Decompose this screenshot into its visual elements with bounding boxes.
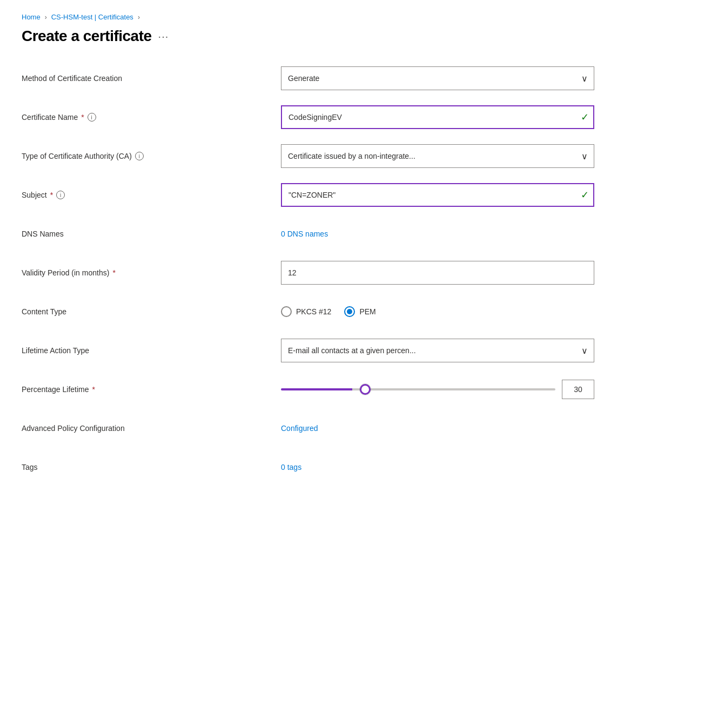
dns-names-link[interactable]: 0 DNS names [281, 230, 328, 238]
content-type-radio-group: PKCS #12 PEM [281, 306, 594, 317]
breadcrumb-sep-2: › [138, 14, 140, 21]
label-tags-text: Tags [22, 463, 38, 471]
label-method-text: Method of Certificate Creation [22, 74, 122, 83]
info-icon-cert-name[interactable]: i [88, 113, 96, 122]
form-row-tags: Tags 0 tags [22, 455, 594, 479]
cert-name-input[interactable] [281, 105, 594, 129]
radio-pkcs12-label: PKCS #12 [296, 307, 331, 316]
form-row-ca-type: Type of Certificate Authority (CA) i Cer… [22, 144, 594, 168]
label-subject-text: Subject [22, 191, 47, 199]
label-cert-name-text: Certificate Name [22, 113, 78, 122]
tags-link[interactable]: 0 tags [281, 463, 301, 471]
info-icon-ca-type[interactable]: i [135, 152, 144, 160]
label-dns-names: DNS Names [22, 230, 281, 238]
method-select[interactable]: Generate Import Certificate Policy [281, 66, 594, 90]
form-row-advanced-policy: Advanced Policy Configuration Configured [22, 416, 594, 440]
ca-type-select[interactable]: Certificate issued by a non-integrate...… [281, 144, 594, 168]
radio-pkcs12[interactable]: PKCS #12 [281, 306, 331, 317]
label-percentage: Percentage Lifetime * [22, 385, 281, 394]
form-row-method: Method of Certificate Creation Generate … [22, 66, 594, 90]
radio-pem[interactable]: PEM [344, 306, 375, 317]
control-tags: 0 tags [281, 463, 594, 471]
create-certificate-form: Method of Certificate Creation Generate … [22, 66, 594, 479]
breadcrumb-certificates[interactable]: CS-HSM-test | Certificates [51, 13, 133, 21]
form-row-percentage: Percentage Lifetime * 30 [22, 378, 594, 401]
radio-pem-circle [344, 306, 355, 317]
form-row-lifetime-action: Lifetime Action Type E-mail all contacts… [22, 339, 594, 362]
required-star-subject: * [50, 191, 53, 199]
label-dns-names-text: DNS Names [22, 230, 64, 238]
control-validity [281, 261, 594, 285]
lifetime-action-select[interactable]: E-mail all contacts at a given percen...… [281, 339, 594, 362]
cert-name-input-wrapper: ✓ [281, 105, 594, 129]
more-options-button[interactable]: ··· [158, 30, 169, 43]
page-title: Create a certificate [22, 28, 152, 45]
subject-input[interactable] [281, 183, 594, 207]
control-content-type: PKCS #12 PEM [281, 306, 594, 317]
control-ca-type: Certificate issued by a non-integrate...… [281, 144, 594, 168]
lifetime-action-select-wrapper: E-mail all contacts at a given percen...… [281, 339, 594, 362]
required-star-cert-name: * [81, 113, 84, 122]
required-star-percentage: * [92, 385, 95, 394]
subject-check-icon: ✓ [581, 189, 589, 201]
control-dns-names: 0 DNS names [281, 230, 594, 238]
label-lifetime-action-text: Lifetime Action Type [22, 346, 89, 355]
info-icon-subject[interactable]: i [56, 191, 65, 199]
label-content-type-text: Content Type [22, 307, 66, 316]
form-row-subject: Subject * i ✓ [22, 183, 594, 207]
label-tags: Tags [22, 463, 281, 471]
method-select-wrapper: Generate Import Certificate Policy ∨ [281, 66, 594, 90]
label-cert-name: Certificate Name * i [22, 113, 281, 122]
page-header: Create a certificate ··· [22, 28, 696, 45]
label-content-type: Content Type [22, 307, 281, 316]
percentage-slider-container: 30 [281, 380, 594, 399]
label-advanced-policy: Advanced Policy Configuration [22, 424, 281, 433]
control-percentage: 30 [281, 380, 594, 399]
radio-pem-inner [347, 309, 352, 314]
label-advanced-policy-text: Advanced Policy Configuration [22, 424, 125, 433]
subject-input-wrapper: ✓ [281, 183, 594, 207]
label-validity-text: Validity Period (in months) [22, 268, 109, 277]
label-validity: Validity Period (in months) * [22, 268, 281, 277]
radio-pkcs12-circle [281, 306, 292, 317]
control-lifetime-action: E-mail all contacts at a given percen...… [281, 339, 594, 362]
breadcrumb-sep-1: › [45, 14, 47, 21]
required-star-validity: * [112, 268, 115, 277]
control-cert-name: ✓ [281, 105, 594, 129]
breadcrumb: Home › CS-HSM-test | Certificates › [22, 13, 696, 21]
ca-type-select-wrapper: Certificate issued by a non-integrate...… [281, 144, 594, 168]
label-percentage-text: Percentage Lifetime [22, 385, 89, 394]
percentage-value: 30 [574, 385, 582, 394]
label-ca-type-text: Type of Certificate Authority (CA) [22, 152, 132, 160]
form-row-dns-names: DNS Names 0 DNS names [22, 222, 594, 246]
form-row-content-type: Content Type PKCS #12 PEM [22, 300, 594, 323]
percentage-value-box: 30 [562, 380, 594, 399]
radio-pem-label: PEM [359, 307, 375, 316]
form-row-cert-name: Certificate Name * i ✓ [22, 105, 594, 129]
label-ca-type: Type of Certificate Authority (CA) i [22, 152, 281, 160]
label-method: Method of Certificate Creation [22, 74, 281, 83]
label-lifetime-action: Lifetime Action Type [22, 346, 281, 355]
label-subject: Subject * i [22, 191, 281, 199]
form-row-validity: Validity Period (in months) * [22, 261, 594, 285]
control-method: Generate Import Certificate Policy ∨ [281, 66, 594, 90]
cert-name-check-icon: ✓ [581, 111, 589, 123]
percentage-slider[interactable] [281, 388, 555, 390]
control-advanced-policy: Configured [281, 424, 594, 433]
control-subject: ✓ [281, 183, 594, 207]
breadcrumb-home[interactable]: Home [22, 13, 41, 21]
validity-input[interactable] [281, 261, 594, 285]
advanced-policy-link[interactable]: Configured [281, 424, 318, 433]
